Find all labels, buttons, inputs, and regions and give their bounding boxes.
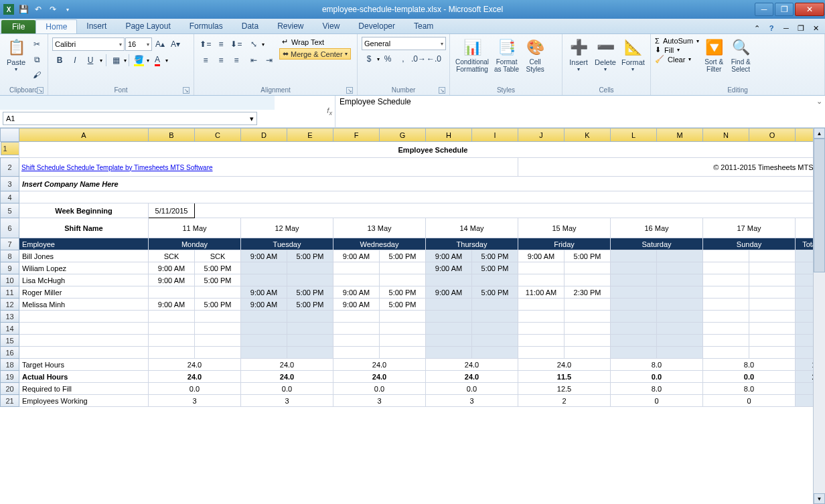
shift-cell[interactable]: [749, 262, 796, 274]
copyright[interactable]: © 2011-2015 Timesheets MTS Software: [518, 158, 814, 177]
total-hours[interactable]: 8.0: [796, 274, 814, 286]
col-header-G[interactable]: G: [380, 129, 426, 142]
shift-cell[interactable]: [518, 299, 565, 311]
summary-value[interactable]: 8.0: [703, 359, 796, 371]
shift-cell[interactable]: [149, 347, 195, 359]
shift-cell[interactable]: [611, 274, 657, 286]
shift-cell[interactable]: 9:00 AM: [333, 286, 380, 299]
shift-cell[interactable]: [518, 323, 565, 335]
shift-cell[interactable]: [749, 323, 796, 335]
cell[interactable]: [195, 203, 814, 218]
italic-button[interactable]: I: [68, 53, 82, 68]
col-header-F[interactable]: F: [333, 129, 380, 142]
date-header[interactable]: 12 May: [241, 218, 333, 238]
row-header-15[interactable]: 15: [1, 335, 19, 347]
summary-label[interactable]: Target Hours: [19, 359, 149, 371]
col-header-P[interactable]: P: [796, 129, 814, 142]
summary-value[interactable]: 24.0: [333, 371, 426, 383]
date-header[interactable]: 14 May: [426, 218, 518, 238]
shift-cell[interactable]: 9:00 AM: [426, 250, 472, 262]
tab-insert[interactable]: Insert: [77, 19, 116, 33]
paste-button[interactable]: 📋 Paste ▾: [3, 35, 29, 74]
shift-name[interactable]: Shift Name: [19, 218, 149, 238]
row-header-12[interactable]: 12: [1, 299, 19, 311]
wrap-text-button[interactable]: ↵ Wrap Text: [279, 37, 351, 47]
col-header-L[interactable]: L: [611, 129, 657, 142]
shift-cell[interactable]: [703, 347, 749, 359]
shift-cell[interactable]: [333, 347, 380, 359]
col-header-O[interactable]: O: [749, 129, 796, 142]
shift-cell[interactable]: [703, 274, 749, 286]
shift-cell[interactable]: 9:00 AM: [518, 250, 565, 262]
shift-cell[interactable]: [149, 335, 195, 347]
dialog-launcher-icon[interactable]: ↘: [183, 87, 190, 94]
row-header-11[interactable]: 11: [1, 286, 19, 299]
shift-cell[interactable]: [703, 335, 749, 347]
scroll-down-icon[interactable]: ▼: [814, 493, 825, 504]
tab-review[interactable]: Review: [268, 19, 313, 33]
total-hours[interactable]: 16.0: [796, 262, 814, 274]
find-select-button[interactable]: 🔍Find & Select: [727, 35, 754, 74]
shift-cell[interactable]: [472, 335, 518, 347]
summary-value[interactable]: 0.0: [703, 371, 796, 383]
shift-cell[interactable]: 5:00 PM: [472, 286, 518, 299]
summary-value[interactable]: 24.0: [241, 359, 333, 371]
summary-value[interactable]: 0.0: [333, 383, 426, 395]
row-header-4[interactable]: 4: [1, 191, 19, 203]
row-header-21[interactable]: 21: [1, 395, 19, 407]
shift-cell[interactable]: [565, 299, 611, 311]
shift-cell[interactable]: [333, 323, 380, 335]
shift-cell[interactable]: [611, 335, 657, 347]
shift-cell[interactable]: [287, 335, 333, 347]
total-hours[interactable]: 27.5: [796, 286, 814, 299]
company-name[interactable]: Insert Company Name Here: [19, 177, 814, 191]
shift-cell[interactable]: [333, 274, 380, 286]
shift-cell[interactable]: [749, 335, 796, 347]
summary-value[interactable]: 24.0: [426, 359, 518, 371]
help-icon[interactable]: ?: [766, 23, 777, 33]
shift-cell[interactable]: [195, 311, 241, 323]
excel-icon[interactable]: X: [3, 3, 15, 15]
shift-cell[interactable]: 5:00 PM: [287, 286, 333, 299]
summary-value[interactable]: 0: [703, 395, 796, 407]
employee-name[interactable]: [19, 347, 149, 359]
shift-cell[interactable]: [657, 299, 703, 311]
shift-cell[interactable]: [195, 286, 241, 299]
file-tab[interactable]: File: [1, 20, 35, 33]
shift-cell[interactable]: [749, 299, 796, 311]
grow-font-icon[interactable]: A▴: [153, 37, 167, 52]
shift-cell[interactable]: [611, 347, 657, 359]
shift-cell[interactable]: [241, 274, 287, 286]
shift-cell[interactable]: [195, 347, 241, 359]
number-format-select[interactable]: General▾: [362, 37, 446, 50]
shift-cell[interactable]: [611, 323, 657, 335]
date-header[interactable]: 11 May: [149, 218, 241, 238]
summary-value[interactable]: 3: [241, 395, 333, 407]
shift-cell[interactable]: [657, 286, 703, 299]
shift-cell[interactable]: [287, 347, 333, 359]
row-header-5[interactable]: 5: [1, 203, 19, 218]
employee-name[interactable]: [19, 311, 149, 323]
row-header-18[interactable]: 18: [1, 359, 19, 371]
day-header[interactable]: Friday: [518, 238, 611, 250]
shift-cell[interactable]: [472, 274, 518, 286]
shift-cell[interactable]: [611, 299, 657, 311]
shift-cell[interactable]: [380, 311, 426, 323]
shift-cell[interactable]: [703, 311, 749, 323]
shift-cell[interactable]: [241, 335, 287, 347]
summary-value[interactable]: 0.0: [611, 371, 703, 383]
shift-cell[interactable]: [565, 274, 611, 286]
shift-cell[interactable]: [472, 299, 518, 311]
shift-cell[interactable]: [518, 311, 565, 323]
col-header-B[interactable]: B: [149, 129, 195, 142]
font-color-icon[interactable]: A: [150, 53, 165, 68]
shift-cell[interactable]: 9:00 AM: [241, 250, 287, 262]
col-header-N[interactable]: N: [703, 129, 749, 142]
spreadsheet-grid[interactable]: ABCDEFGHIJKLMNOP 1Employee Schedule2Shif…: [0, 128, 813, 407]
total-hours[interactable]: 0.0: [796, 311, 814, 323]
shift-cell[interactable]: [518, 347, 565, 359]
shift-cell[interactable]: [657, 250, 703, 262]
summary-value[interactable]: 24.0: [241, 371, 333, 383]
shift-cell[interactable]: [380, 262, 426, 274]
shift-cell[interactable]: [657, 274, 703, 286]
